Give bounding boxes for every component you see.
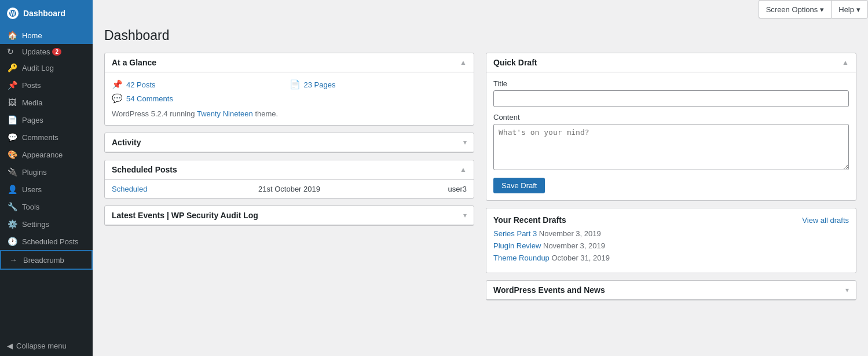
latest-events-panel: Latest Events | WP Security Audit Log ▾ [104,205,474,226]
draft-link-1[interactable]: Plugin Review [493,241,541,250]
sidebar-item-appearance[interactable]: 🎨 Appearance [0,146,93,163]
at-a-glance-body: 📌 42 Posts 📄 23 Pages 💬 54 Comments [105,72,474,125]
wp-logo-icon: W [7,8,19,19]
sidebar-users-label: Users [22,185,42,194]
theme-link[interactable]: Twenty Nineteen [197,109,253,118]
quick-draft-title: Quick Draft [493,58,537,67]
content-field-group: Content [493,113,849,172]
sidebar-item-audit-log[interactable]: 🔑 Audit Log [0,59,93,76]
wp-events-title: WordPress Events and News [493,285,605,295]
scheduled-posts-panel: Scheduled Posts ▲ Scheduled 21st October… [104,160,474,199]
scheduled-date-col: 21st October 2019 [200,185,378,193]
recent-drafts-title: Your Recent Drafts [493,215,566,225]
wp-events-header[interactable]: WordPress Events and News ▾ [486,281,856,300]
comments-count-link[interactable]: 54 Comments [126,94,173,103]
screen-options-chevron-icon: ▾ [820,5,824,14]
draft-date-0-text: November 3, 2019 [539,229,601,238]
sidebar-appearance-label: Appearance [22,151,63,159]
sidebar-item-plugins[interactable]: 🔌 Plugins [0,163,93,181]
activity-panel: Activity ▾ [104,133,474,153]
pages-count-icon: 📄 [290,79,301,90]
comments-count-icon: 💬 [112,93,123,104]
scheduled-posts-header[interactable]: Scheduled Posts ▲ [105,160,474,179]
sidebar-item-tools[interactable]: 🔧 Tools [0,198,93,215]
activity-chevron-icon: ▾ [463,138,467,146]
at-a-glance-grid: 📌 42 Posts 📄 23 Pages 💬 54 Comments [112,79,467,104]
at-a-glance-title: At a Glance [112,58,156,67]
latest-events-header[interactable]: Latest Events | WP Security Audit Log ▾ [105,206,474,225]
draft-link-0[interactable]: Series Part 3 [493,229,537,238]
scheduled-user-col: user3 [378,185,467,193]
wp-events-panel: WordPress Events and News ▾ [486,280,856,300]
comments-count-item: 💬 54 Comments [112,93,290,104]
quick-draft-body: Title Content Save Draft [486,72,856,200]
screen-options-button[interactable]: Screen Options ▾ [759,0,832,19]
view-all-drafts-link[interactable]: View all drafts [802,216,849,225]
sidebar-item-scheduled-posts[interactable]: 🕐 Scheduled Posts [0,233,93,250]
sidebar-posts-label: Posts [22,81,41,90]
right-column: Quick Draft ▲ Title Content Save Draft [486,53,856,347]
wp-version-text: WordPress 5.2.4 running Twenty Nineteen … [112,109,467,118]
page-title: Dashboard [104,28,856,43]
sidebar-item-pages[interactable]: 📄 Pages [0,111,93,129]
quick-draft-header[interactable]: Quick Draft ▲ [486,53,856,72]
at-a-glance-panel: At a Glance ▲ 📌 42 Posts 📄 23 Pages [104,53,474,126]
draft-item-2: Theme Roundup October 31, 2019 [493,254,849,262]
posts-icon: 📌 [7,80,17,90]
updates-icon: ↻ [7,47,17,56]
recent-drafts-body: Your Recent Drafts View all drafts Serie… [486,208,856,273]
draft-item-1: Plugin Review November 3, 2019 [493,241,849,250]
draft-title-input[interactable] [493,90,849,107]
scheduled-link-col: Scheduled [112,185,200,193]
scheduled-post-link[interactable]: Scheduled [112,185,147,193]
audit-log-icon: 🔑 [7,63,17,72]
sidebar-item-settings[interactable]: ⚙️ Settings [0,215,93,233]
scheduled-posts-row: Scheduled 21st October 2019 user3 [105,179,474,198]
main-content: Dashboard At a Glance ▲ 📌 42 Posts [93,0,868,356]
pages-icon: 📄 [7,115,17,124]
sidebar-logo-label: Dashboard [23,9,65,18]
help-label: Help [838,5,854,14]
settings-icon: ⚙️ [7,219,17,229]
scheduled-posts-chevron-icon: ▲ [460,166,467,174]
draft-content-textarea[interactable] [493,124,849,170]
comments-icon: 💬 [7,133,17,142]
updates-badge: 2 [52,48,61,56]
draft-link-2[interactable]: Theme Roundup [493,254,550,262]
scheduled-posts-body: Scheduled 21st October 2019 user3 [105,179,474,198]
tools-icon: 🔧 [7,202,17,211]
sidebar-item-media[interactable]: 🖼 Media [0,94,93,111]
sidebar-item-comments[interactable]: 💬 Comments [0,129,93,146]
sidebar-breadcrumb-label: Breadcrumb [23,256,64,265]
help-button[interactable]: Help ▾ [831,0,868,19]
recent-drafts-header: Your Recent Drafts View all drafts [493,215,849,225]
title-field-group: Title [493,79,849,107]
sidebar-logo[interactable]: W Dashboard [0,0,93,27]
pages-count-link[interactable]: 23 Pages [304,80,336,89]
sidebar-item-breadcrumb[interactable]: → Breadcrumb [0,250,93,270]
content-field-label: Content [493,113,849,122]
sidebar-item-posts[interactable]: 📌 Posts [0,76,93,94]
pages-count-item: 📄 23 Pages [290,79,467,90]
wp-events-chevron-icon: ▾ [845,286,849,294]
sidebar-home-label: Home [22,31,42,40]
sidebar-scheduled-posts-label: Scheduled Posts [22,237,79,246]
sidebar-item-home[interactable]: 🏠 Home [0,27,93,44]
latest-events-chevron-icon: ▾ [463,211,467,219]
sidebar: W Dashboard 🏠 Home ↻ Updates 2 🔑 Audit L… [0,0,93,356]
at-a-glance-chevron-icon: ▲ [460,58,467,67]
save-draft-button[interactable]: Save Draft [493,178,545,193]
home-icon: 🏠 [7,31,17,40]
quick-draft-panel: Quick Draft ▲ Title Content Save Draft [486,53,856,201]
at-a-glance-header[interactable]: At a Glance ▲ [105,53,474,72]
draft-date-1-text: November 3, 2019 [543,241,605,250]
scheduled-posts-title: Scheduled Posts [112,165,177,174]
sidebar-item-updates[interactable]: ↻ Updates 2 [0,44,93,59]
sidebar-comments-label: Comments [22,133,58,142]
collapse-menu[interactable]: ◀ Collapse menu [0,336,93,356]
posts-count-link[interactable]: 42 Posts [126,80,156,89]
activity-header[interactable]: Activity ▾ [105,133,474,152]
help-chevron-icon: ▾ [856,5,860,14]
sidebar-item-users[interactable]: 👤 Users [0,181,93,198]
sidebar-settings-label: Settings [22,220,49,229]
